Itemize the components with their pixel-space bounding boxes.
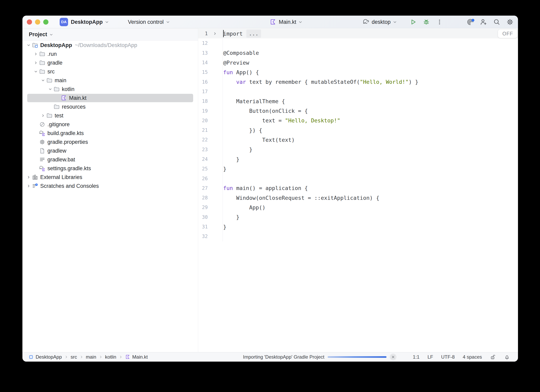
encoding-widget[interactable]: UTF-8 <box>441 354 455 360</box>
tree-item-resources[interactable]: resources <box>22 102 198 111</box>
gutter[interactable]: 19 <box>198 106 223 116</box>
indent-widget[interactable]: 4 spaces <box>463 354 482 360</box>
more-actions-button[interactable] <box>435 18 444 26</box>
project-panel-title[interactable]: Project <box>29 31 47 38</box>
expander-open-icon[interactable] <box>26 42 32 48</box>
expander-open-icon[interactable] <box>40 77 46 83</box>
line-number: 30 <box>198 212 208 222</box>
gutter[interactable]: 18 <box>198 96 223 106</box>
line-number: 1 <box>198 29 208 38</box>
notifications-bell-icon[interactable] <box>504 354 510 360</box>
gutter[interactable]: 21 <box>198 125 223 135</box>
desktop-background: DA DesktopApp Version control Main.kt <box>0 0 540 392</box>
gutter[interactable]: 28 <box>198 193 223 203</box>
code-line-text: @Preview <box>223 60 249 66</box>
tree-item-.gitignore[interactable]: .gitignore <box>22 120 198 129</box>
tree-item-desktopapp[interactable]: DesktopApp~/Downloads/DesktopApp <box>22 41 198 50</box>
minimize-window-button[interactable] <box>35 20 40 24</box>
breadcrumb-item-main.kt[interactable]: Main.kt <box>125 354 148 360</box>
gutter[interactable]: 32 <box>198 232 223 241</box>
breadcrumb-item-desktopapp[interactable]: DesktopApp <box>28 354 62 360</box>
gutter[interactable]: 20 <box>198 116 223 125</box>
gutter[interactable]: 12 <box>198 38 223 48</box>
tree-item-external-libraries[interactable]: External Libraries <box>22 173 198 181</box>
folded-imports-chip[interactable]: ... <box>246 29 261 38</box>
gutter[interactable]: 17 <box>198 87 223 96</box>
tree-item-test[interactable]: test <box>22 111 198 120</box>
line-number: 27 <box>198 183 208 193</box>
highlighting-level-widget[interactable]: OFF <box>498 29 517 38</box>
expander-closed-icon[interactable] <box>40 113 46 119</box>
settings-button[interactable] <box>505 18 514 26</box>
gutter[interactable]: 15 <box>198 67 223 77</box>
kotlin-icon <box>60 95 67 101</box>
gutter[interactable]: 16 <box>198 77 223 87</box>
tree-item-scratches-and-consoles[interactable]: Scratches and Consoles <box>22 181 198 190</box>
caret-position-widget[interactable]: 1:1 <box>413 354 420 360</box>
project-name-menu[interactable]: DesktopApp <box>71 19 103 25</box>
gutter[interactable]: 26 <box>198 174 223 183</box>
tree-item-label: gradlew.bat <box>47 157 75 163</box>
line-number: 29 <box>198 203 208 212</box>
tree-item-src[interactable]: src <box>22 67 198 76</box>
expander-closed-icon[interactable] <box>33 60 39 66</box>
gutter[interactable]: 1 <box>198 29 223 38</box>
debug-button[interactable] <box>422 18 431 26</box>
code-editor[interactable]: 1import ...1213@Composable14@Preview15fu… <box>198 29 518 352</box>
run-configuration-selector[interactable]: desktop <box>372 19 391 25</box>
gutter[interactable]: 27 <box>198 183 223 193</box>
tree-item-kotlin[interactable]: kotlin <box>22 85 198 94</box>
ai-assistant-button[interactable] <box>466 18 475 26</box>
tree-item-gradlew.bat[interactable]: gradlew.bat <box>22 155 198 164</box>
line-ending-widget[interactable]: LF <box>428 354 433 360</box>
breadcrumb-item-main[interactable]: main <box>86 354 96 360</box>
expander-open-icon[interactable] <box>33 69 39 75</box>
code-line-22: 22 Text(text) <box>198 135 518 145</box>
search-everywhere-button[interactable] <box>492 18 501 26</box>
code-with-me-button[interactable] <box>479 18 488 26</box>
tree-item-label: Main.kt <box>69 95 86 101</box>
gutter[interactable]: 24 <box>198 154 223 164</box>
expander-closed-icon[interactable] <box>26 174 32 180</box>
gutter[interactable]: 31 <box>198 222 223 232</box>
code-line-18: 18 MaterialTheme { <box>198 96 518 106</box>
breadcrumb-item-src[interactable]: src <box>71 354 77 360</box>
gradle-kts-icon <box>39 165 46 172</box>
line-number: 19 <box>198 106 208 116</box>
file-switcher[interactable]: Main.kt <box>279 19 296 25</box>
tree-item-gradle.properties[interactable]: gradle.properties <box>22 137 198 146</box>
version-control-menu[interactable]: Version control <box>128 19 164 25</box>
code-line-text: var text by remember { mutableStateOf("H… <box>223 79 418 85</box>
gutter[interactable]: 23 <box>198 145 223 154</box>
gutter[interactable]: 13 <box>198 48 223 58</box>
write-access-lock-icon[interactable] <box>490 354 496 360</box>
tree-item-gradle[interactable]: gradle <box>22 59 198 67</box>
close-window-button[interactable] <box>27 20 32 24</box>
run-button[interactable] <box>409 18 418 26</box>
expander-open-icon[interactable] <box>47 86 53 92</box>
tree-item-settings.gradle.kts[interactable]: settings.gradle.kts <box>22 164 198 173</box>
expander-closed-icon[interactable] <box>33 51 39 57</box>
tree-item-.run[interactable]: .run <box>22 50 198 59</box>
breadcrumb-item-kotlin[interactable]: kotlin <box>105 354 116 360</box>
gutter[interactable]: 22 <box>198 135 223 145</box>
zoom-window-button[interactable] <box>43 20 48 24</box>
tree-item-gradlew[interactable]: gradlew <box>22 146 198 155</box>
gutter[interactable]: 25 <box>198 164 223 174</box>
project-badge[interactable]: DA <box>60 18 68 26</box>
tree-item-main[interactable]: main <box>22 76 198 85</box>
cancel-progress-button[interactable] <box>390 354 396 360</box>
gutter[interactable]: 30 <box>198 212 223 222</box>
tree-item-build.gradle.kts[interactable]: build.gradle.kts <box>22 129 198 137</box>
code-line-25: 25} <box>198 164 518 174</box>
gutter[interactable]: 29 <box>198 203 223 212</box>
line-number: 18 <box>198 96 208 106</box>
line-number: 13 <box>198 48 208 58</box>
gutter[interactable]: 14 <box>198 58 223 67</box>
fold-region-icon[interactable] <box>213 29 217 38</box>
expander-closed-icon[interactable] <box>26 183 32 189</box>
chevron-down-icon <box>392 20 397 24</box>
tree-item-main.kt[interactable]: Main.kt <box>22 94 198 102</box>
code-line-31: 31} <box>198 222 518 232</box>
title-bar: DA DesktopApp Version control Main.kt <box>22 16 518 28</box>
